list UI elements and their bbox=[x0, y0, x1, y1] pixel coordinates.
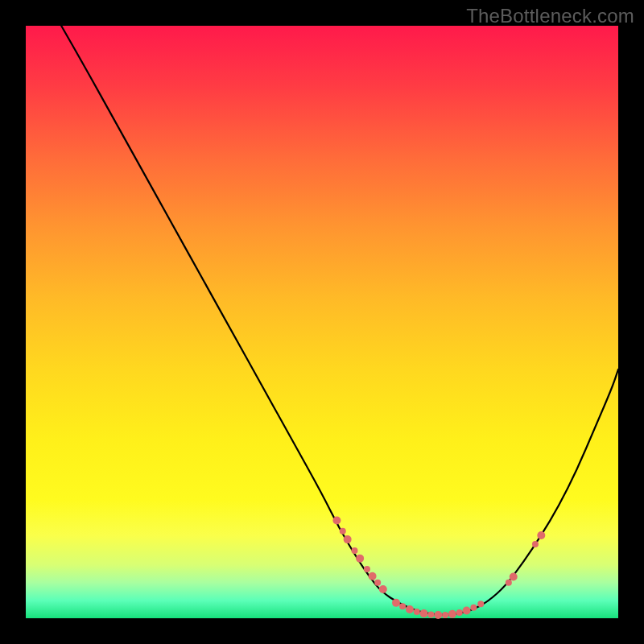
plot-area bbox=[26, 26, 618, 618]
data-marker bbox=[448, 610, 456, 618]
watermark-text: TheBottleneck.com bbox=[466, 5, 634, 27]
data-marker bbox=[392, 599, 400, 607]
data-marker bbox=[427, 612, 434, 618]
data-marker bbox=[420, 609, 428, 617]
data-marker bbox=[463, 606, 471, 614]
data-marker bbox=[532, 541, 539, 547]
data-marker bbox=[340, 528, 346, 535]
data-marker bbox=[434, 611, 442, 619]
data-marker bbox=[510, 572, 518, 580]
data-marker bbox=[356, 555, 364, 563]
data-marker bbox=[369, 572, 377, 580]
bottleneck-curve bbox=[61, 26, 618, 615]
data-marker bbox=[406, 605, 414, 613]
data-marker bbox=[456, 609, 463, 616]
data-marker bbox=[399, 603, 406, 609]
data-marker bbox=[374, 580, 381, 586]
data-marker bbox=[537, 531, 545, 539]
data-marker bbox=[379, 585, 387, 593]
data-marker bbox=[414, 609, 420, 615]
chart-frame: TheBottleneck.com bbox=[0, 0, 644, 644]
data-marker bbox=[506, 580, 512, 586]
data-marker bbox=[470, 605, 477, 611]
curve-svg bbox=[26, 26, 618, 618]
data-marker bbox=[477, 601, 484, 607]
data-marker bbox=[344, 535, 352, 543]
data-marker bbox=[351, 547, 357, 554]
data-marker bbox=[442, 612, 448, 618]
data-marker bbox=[364, 566, 370, 572]
data-marker bbox=[332, 517, 341, 525]
marker-group bbox=[332, 517, 545, 619]
